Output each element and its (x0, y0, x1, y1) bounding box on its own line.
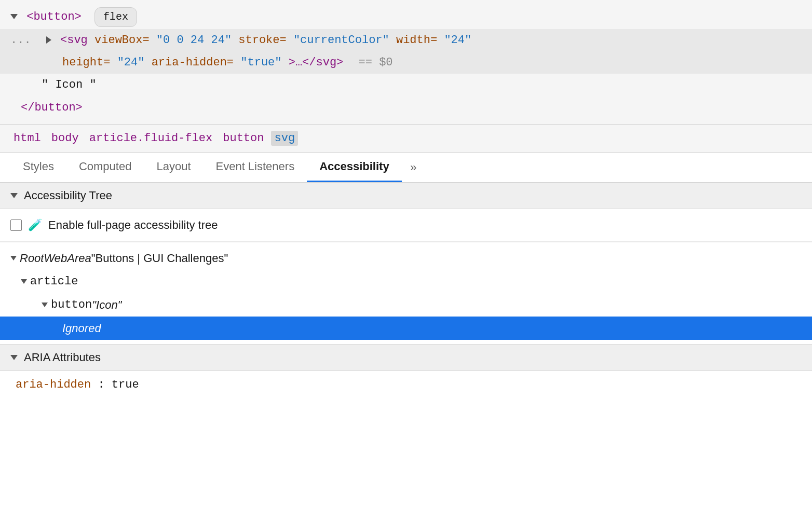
tab-layout[interactable]: Layout (144, 153, 203, 182)
triangle-right-icon (46, 36, 51, 44)
dom-line-svg-cont: height= "24" aria-hidden= "true" >…</svg… (0, 51, 812, 74)
tabs-bar: Styles Computed Layout Event Listeners A… (0, 153, 812, 183)
accessibility-tree-content: RootWebArea "Buttons | GUI Challenges" a… (0, 242, 812, 344)
aria-hidden-row: aria-hidden : true (0, 371, 812, 399)
aria-hidden-value: : true (98, 378, 139, 391)
accessibility-tree-header[interactable]: Accessibility Tree (0, 183, 812, 209)
chevron-article-icon (21, 279, 27, 284)
tab-accessibility[interactable]: Accessibility (307, 153, 402, 182)
stroke-attr: stroke= (238, 34, 286, 47)
dom-inspector: <button> flex ... <svg viewBox= "0 0 24 … (0, 0, 812, 125)
button-name: "Icon" (92, 296, 121, 313)
svg-close: >…</svg> (289, 56, 344, 69)
main-panel: Accessibility Tree 🧪 Enable full-page ac… (0, 183, 812, 399)
accessibility-tree-label: Accessibility Tree (24, 189, 112, 202)
button-label: button (51, 296, 92, 313)
enable-full-page-checkbox[interactable] (10, 219, 22, 231)
dom-line-button-close: </button> (0, 97, 812, 119)
enable-full-page-row[interactable]: 🧪 Enable full-page accessibility tree (0, 209, 812, 242)
svg-tag: <svg (60, 34, 88, 47)
enable-full-page-label: Enable full-page accessibility tree (48, 218, 218, 232)
button-tag-close: </button> (21, 101, 83, 114)
width-attr: width= (396, 34, 437, 47)
width-val: "24" (444, 34, 471, 47)
tab-event-listeners[interactable]: Event Listeners (204, 153, 307, 182)
tree-item-ignored[interactable]: Ignored (0, 317, 812, 340)
aria-attributes-label: ARIA Attributes (24, 351, 101, 364)
dom-line-svg[interactable]: ... <svg viewBox= "0 0 24 24" stroke= "c… (0, 29, 812, 51)
stroke-val: "currentColor" (293, 34, 389, 47)
breadcrumb: html body article.fluid-flex button svg (0, 125, 812, 153)
chevron-button-icon (42, 303, 48, 307)
viewbox-val: "0 0 24 24" (156, 34, 232, 47)
breadcrumb-html[interactable]: html (10, 131, 44, 146)
dom-line-button-open[interactable]: <button> flex (0, 5, 812, 29)
tab-more[interactable]: » (402, 155, 425, 182)
tree-item-button[interactable]: button "Icon" (0, 293, 812, 317)
chevron-rootwebarea-icon (10, 256, 17, 260)
dom-line-icon-text: " Icon " (0, 74, 812, 96)
aria-hidden-attr: aria-hidden= (152, 56, 234, 69)
tab-computed[interactable]: Computed (66, 153, 144, 182)
breadcrumb-article[interactable]: article.fluid-flex (86, 131, 216, 146)
aria-hidden-key: aria-hidden (16, 378, 91, 391)
flask-icon: 🧪 (28, 218, 42, 232)
dollar-ref: == $0 (359, 56, 393, 69)
flex-badge: flex (94, 7, 137, 27)
tab-styles[interactable]: Styles (10, 153, 66, 182)
button-tag-open: <button> (26, 10, 82, 23)
icon-text-node: " Icon " (42, 78, 97, 91)
article-label: article (30, 273, 78, 290)
triangle-down-icon (10, 14, 18, 19)
tree-item-rootwebarea[interactable]: RootWebArea "Buttons | GUI Challenges" (0, 246, 812, 270)
tree-item-article[interactable]: article (0, 270, 812, 293)
breadcrumb-button[interactable]: button (220, 131, 267, 146)
ellipsis: ... (10, 34, 31, 47)
height-val: "24" (117, 56, 145, 69)
section-triangle-icon (10, 193, 18, 198)
aria-attributes-header[interactable]: ARIA Attributes (0, 345, 812, 371)
aria-section-triangle-icon (10, 355, 18, 360)
rootwebarea-type: RootWebArea (20, 250, 91, 267)
aria-hidden-val: "true" (240, 56, 281, 69)
aria-section: ARIA Attributes aria-hidden : true (0, 344, 812, 399)
rootwebarea-name: "Buttons | GUI Challenges" (91, 250, 228, 267)
ignored-label: Ignored (62, 320, 101, 337)
breadcrumb-body[interactable]: body (48, 131, 82, 146)
breadcrumb-svg[interactable]: svg (271, 131, 298, 146)
viewbox-attr: viewBox= (94, 34, 150, 47)
height-attr: height= (62, 56, 110, 69)
